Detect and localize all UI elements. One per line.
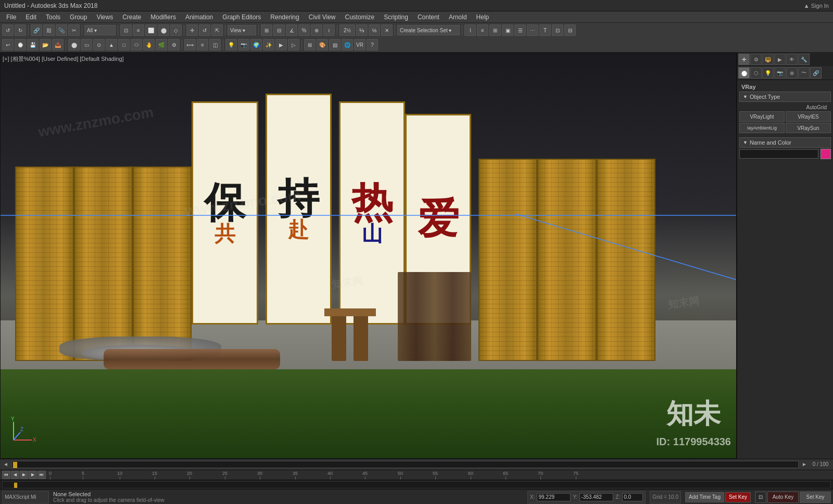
- rp-tab-display[interactable]: 👁: [786, 54, 798, 65]
- key-mode-button[interactable]: ⊡: [755, 492, 766, 503]
- menu-arnold[interactable]: Arnold: [445, 12, 471, 22]
- tb2-open[interactable]: 📂: [40, 39, 51, 50]
- rp-subtab-cameras[interactable]: 📷: [774, 67, 786, 79]
- link-button[interactable]: 🔗: [31, 24, 42, 36]
- tb2-align[interactable]: ≡: [197, 39, 208, 50]
- tb2-capsule[interactable]: ⬭: [131, 39, 142, 50]
- timeline-next-button[interactable]: ►: [801, 461, 808, 467]
- next-frame-button[interactable]: ▶: [29, 471, 37, 479]
- rp-tab-utilities[interactable]: 🔧: [798, 54, 810, 65]
- undo-button[interactable]: ↺: [2, 24, 14, 36]
- vray-light-button[interactable]: VRayLight: [739, 111, 785, 122]
- rp-subtab-spacewarps[interactable]: 〜: [798, 67, 810, 79]
- rect-select-button[interactable]: ⬜: [145, 24, 157, 36]
- keyframe-timeline[interactable]: [2, 481, 831, 488]
- object-type-header[interactable]: ▼ Object Type: [739, 92, 831, 102]
- spinner-snap-button[interactable]: ⊕: [311, 24, 322, 36]
- y-input[interactable]: [579, 493, 613, 501]
- tb2-torus[interactable]: ⊙: [93, 39, 105, 50]
- circle-select-button[interactable]: ⬤: [158, 24, 169, 36]
- auto-key-button[interactable]: Auto Key: [767, 492, 799, 503]
- z-input[interactable]: [622, 493, 643, 501]
- num-2-button[interactable]: 2½: [339, 24, 355, 36]
- timeline-prev-button[interactable]: ◄: [2, 461, 9, 467]
- tb2-cone[interactable]: ▲: [106, 39, 117, 50]
- rp-tab-modify[interactable]: ⚙: [750, 54, 762, 65]
- grid-button[interactable]: ⊞: [489, 24, 501, 36]
- menu-civil-view[interactable]: Civil View: [305, 12, 340, 22]
- tb2-env[interactable]: 🌍: [250, 39, 262, 50]
- tb2-cylinder[interactable]: ▭: [81, 39, 92, 50]
- menu-views[interactable]: Views: [92, 12, 117, 22]
- rp-subtab-geometry[interactable]: ⬤: [738, 67, 750, 79]
- menu-graph-editors[interactable]: Graph Editors: [218, 12, 265, 22]
- menu-tools[interactable]: Tools: [42, 12, 65, 22]
- unlink-button[interactable]: ⛓: [43, 24, 55, 36]
- tb2-undo[interactable]: ↩: [2, 39, 14, 50]
- menu-rendering[interactable]: Rendering: [266, 12, 303, 22]
- menu-group[interactable]: Group: [66, 12, 91, 22]
- angle-snap-button[interactable]: ∡: [286, 24, 297, 36]
- misc-btn2[interactable]: ⊟: [564, 24, 576, 36]
- tb2-sphere[interactable]: ⬤: [68, 39, 80, 50]
- unbind-button[interactable]: ✂: [68, 24, 80, 36]
- tb2-mirror[interactable]: ⟺: [184, 39, 196, 50]
- cross-button[interactable]: ✕: [381, 24, 393, 36]
- timeline-track[interactable]: [11, 461, 799, 468]
- prev-frame-button[interactable]: ◀: [11, 471, 19, 479]
- tb2-lights[interactable]: 💡: [225, 39, 237, 50]
- menu-modifiers[interactable]: Modifiers: [146, 12, 180, 22]
- tb2-render[interactable]: ▶: [275, 39, 287, 50]
- menu-file[interactable]: File: [2, 12, 20, 22]
- tb2-help[interactable]: ?: [367, 39, 378, 50]
- move-button[interactable]: ✛: [186, 24, 198, 36]
- tb2-globe[interactable]: 🌐: [342, 39, 353, 50]
- rp-subtab-systems[interactable]: 🔗: [810, 67, 822, 79]
- rp-subtab-helpers[interactable]: ⊕: [786, 67, 798, 79]
- camera-button[interactable]: ▣: [502, 24, 513, 36]
- set-key-toggle-button[interactable]: Set Key: [800, 492, 831, 503]
- play-prev-button[interactable]: ⏮: [2, 471, 10, 479]
- redo-button[interactable]: ↻: [15, 24, 26, 36]
- tb2-quick-render[interactable]: ▷: [288, 39, 299, 50]
- select-name-button[interactable]: ≡: [133, 24, 144, 36]
- sign-in-button[interactable]: ▲ Sign In: [804, 3, 829, 9]
- rp-tab-hierarchy[interactable]: 🔱: [762, 54, 774, 65]
- percent-snap-button[interactable]: %: [298, 24, 310, 36]
- rp-subtab-lights[interactable]: 💡: [762, 67, 774, 79]
- rp-tab-motion[interactable]: ▶: [774, 54, 786, 65]
- pct-button[interactable]: ℅: [369, 24, 380, 36]
- rp-tab-create[interactable]: ✛: [738, 54, 750, 65]
- vray-sun-button[interactable]: VRaySun: [786, 123, 831, 133]
- curve-button[interactable]: ⌇: [464, 24, 476, 36]
- play-button[interactable]: ▶: [20, 471, 28, 479]
- edgecap-button[interactable]: ≀: [323, 24, 335, 36]
- object-name-input[interactable]: [739, 149, 818, 159]
- tb2-xref[interactable]: ⊞: [304, 39, 315, 50]
- layers-button[interactable]: ☰: [514, 24, 526, 36]
- tb2-plant[interactable]: 🌿: [156, 39, 167, 50]
- view-dropdown[interactable]: View ▾: [228, 25, 256, 35]
- select-button[interactable]: ⊡: [120, 24, 132, 36]
- menu-customize[interactable]: Customize: [341, 12, 379, 22]
- x-input[interactable]: [537, 493, 571, 501]
- ruler-button[interactable]: ≡: [477, 24, 488, 36]
- scale-button[interactable]: ⇱: [211, 24, 223, 36]
- bind-button[interactable]: 📎: [56, 24, 67, 36]
- tb2-texture[interactable]: ▤: [329, 39, 340, 50]
- menu-scripting[interactable]: Scripting: [380, 12, 412, 22]
- create-selection-set-dropdown[interactable]: Create Selection Set ▾: [397, 25, 460, 35]
- tb2-settings[interactable]: ⚙: [168, 39, 180, 50]
- tb2-redo[interactable]: ⌚: [15, 39, 26, 50]
- viewport[interactable]: [+] [相景%004] [User Defined] [Default Sha…: [0, 53, 737, 459]
- menu-help[interactable]: Help: [472, 12, 494, 22]
- tb2-hand[interactable]: 🤚: [143, 39, 155, 50]
- menu-content[interactable]: Content: [413, 12, 444, 22]
- tb2-save[interactable]: 💾: [27, 39, 39, 50]
- set-key-button[interactable]: Set Key: [725, 492, 751, 502]
- color-swatch[interactable]: [821, 149, 831, 159]
- tb2-fx[interactable]: ✨: [263, 39, 274, 50]
- selection-filter-dropdown[interactable]: All ▾: [84, 25, 116, 35]
- snap-toggle-button[interactable]: ⊟: [273, 24, 285, 36]
- tb2-camera2[interactable]: 📷: [238, 39, 249, 50]
